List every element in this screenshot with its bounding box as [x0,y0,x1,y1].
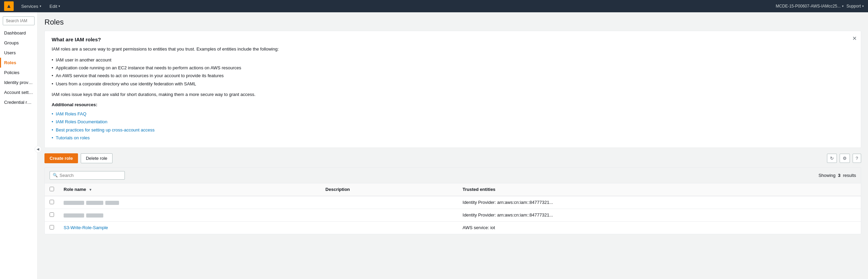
sidebar-item-roles[interactable]: Roles [0,58,37,68]
select-all-checkbox[interactable] [50,187,54,191]
info-box-intro: IAM roles are a secure way to grant perm… [52,46,854,53]
roles-table: Role name ▼ Description Trusted entities… [45,183,861,234]
roles-table-container: 🔍 Showing 3 results Role na [44,167,861,234]
info-box-links: IAM Roles FAQIAM Roles DocumentationBest… [52,110,854,142]
delete-role-button[interactable]: Delete role [81,153,113,163]
role-name-cell [59,196,321,209]
table-toolbar: 🔍 Showing 3 results [45,168,861,183]
action-bar: Create role Delete role ↻ ⚙ ? [44,153,861,163]
redacted-name-3 [105,201,119,205]
roles-table-body: Identity Provider: arn:aws:cn:iam::84777… [45,196,861,234]
info-link[interactable]: IAM Roles Documentation [52,118,854,126]
info-link[interactable]: Best practices for setting up cross-acco… [52,126,854,134]
role-name-cell: S3-Write-Role-Sample [59,221,321,234]
table-row: Identity Provider: arn:aws:cn:iam::84777… [45,196,861,209]
info-bullet: An AWS service that needs to act on reso… [52,72,854,80]
row-checkbox-cell [45,221,59,234]
services-label: Services [21,4,38,9]
trusted-entities-cell: Identity Provider: arn:aws:cn:iam::84777… [458,209,861,221]
support-label: Support [846,4,861,9]
sidebar-nav: DashboardGroupsUsersRolesPoliciesIdentit… [0,28,37,107]
info-box-close-button[interactable]: ✕ [852,35,857,42]
results-number: 3 [838,173,840,178]
header-trusted-entities: Trusted entities [458,183,861,196]
table-row: S3-Write-Role-SampleAWS service: iot [45,221,861,234]
info-box-resources-title: Additional resources: [52,101,854,108]
account-label: MCDE-15-P00607-AWS-IAMcc25... [776,4,841,9]
trusted-entities-cell: Identity Provider: arn:aws:cn:iam::84777… [458,196,861,209]
search-iam-input[interactable] [3,16,35,25]
sidebar-item-credential-report[interactable]: Credential report [0,97,37,107]
sidebar-item-users[interactable]: Users [0,48,37,58]
main-content: Roles ✕ What are IAM roles? IAM roles ar… [38,12,868,279]
info-box-bullets: IAM user in another accountApplication c… [52,56,854,88]
support-chevron-icon: ▾ [862,4,864,8]
redacted-name [64,213,84,218]
info-box: ✕ What are IAM roles? IAM roles are a se… [44,31,861,148]
refresh-button[interactable]: ↻ [827,154,837,163]
table-row: Identity Provider: arn:aws:cn:iam::84777… [45,209,861,221]
header-description: Description [321,183,458,196]
nav-right: MCDE-15-P00607-AWS-IAMcc25... ▾ Support … [776,4,864,9]
row-checkbox-cell [45,196,59,209]
description-cell [321,196,458,209]
row-checkbox-1[interactable] [50,212,54,217]
main-layout: DashboardGroupsUsersRolesPoliciesIdentit… [0,12,868,279]
settings-button[interactable]: ⚙ [840,154,850,163]
table-search-wrapper[interactable]: 🔍 [50,171,125,180]
sidebar-item-groups[interactable]: Groups [0,38,37,48]
logo-icon: ▲ [6,3,12,9]
sidebar-item-account-settings[interactable]: Account settings [0,87,37,97]
services-menu[interactable]: Services ▾ [18,0,45,12]
top-navigation: ▲ Services ▾ Edit ▾ MCDE-15-P00607-AWS-I… [0,0,868,12]
role-name-label: Role name [64,187,86,192]
sidebar-item-policies[interactable]: Policies [0,68,37,78]
redacted-name [64,201,84,205]
results-count: Showing 3 results [818,173,856,178]
sidebar-item-identity-providers[interactable]: Identity providers [0,78,37,87]
aws-logo: ▲ [4,1,14,11]
nav-left: ▲ Services ▾ Edit ▾ [4,0,64,12]
sidebar-item-dashboard[interactable]: Dashboard [0,28,37,38]
info-bullet: Users from a corporate directory who use… [52,80,854,88]
table-search-input[interactable] [60,173,122,178]
header-checkbox-col [45,183,59,196]
account-chevron-icon: ▾ [842,4,844,8]
redacted-name-2 [86,213,103,218]
table-header: Role name ▼ Description Trusted entities [45,183,861,196]
trusted-entities-cell: AWS service: iot [458,221,861,234]
info-link[interactable]: Tutorials on roles [52,134,854,142]
redacted-name-2 [86,201,103,205]
support-menu[interactable]: Support ▾ [846,4,864,9]
info-box-note: IAM roles issue keys that are valid for … [52,91,854,98]
role-name-link[interactable]: S3-Write-Role-Sample [64,225,108,230]
edit-chevron-icon: ▾ [58,4,60,8]
sort-icon[interactable]: ▼ [89,188,92,192]
row-checkbox-0[interactable] [50,200,54,204]
role-name-cell [59,209,321,221]
info-bullet: Application code running on an EC2 insta… [52,64,854,72]
row-checkbox-cell [45,209,59,221]
header-role-name: Role name ▼ [59,183,321,196]
info-bullet: IAM user in another account [52,56,854,64]
info-box-heading: What are IAM roles? [52,37,854,42]
sidebar: DashboardGroupsUsersRolesPoliciesIdentit… [0,12,38,279]
results-label: Showing [818,173,836,178]
description-cell [321,221,458,234]
edit-label: Edit [50,4,57,9]
sidebar-collapse-button[interactable]: ◀ [35,146,41,153]
services-chevron-icon: ▾ [40,4,41,8]
row-checkbox-2[interactable] [50,225,54,229]
edit-menu[interactable]: Edit ▾ [46,0,64,12]
description-cell [321,209,458,221]
search-icon: 🔍 [53,173,58,178]
results-suffix: results [843,173,856,178]
create-role-button[interactable]: Create role [44,153,78,163]
help-button[interactable]: ? [853,154,861,163]
account-menu[interactable]: MCDE-15-P00607-AWS-IAMcc25... ▾ [776,4,844,9]
page-title: Roles [44,18,861,27]
info-link[interactable]: IAM Roles FAQ [52,110,854,118]
